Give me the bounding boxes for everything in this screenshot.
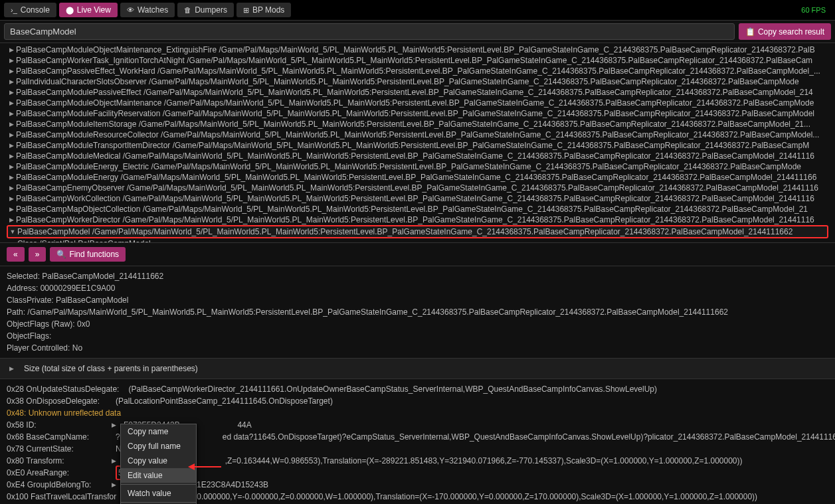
expand-icon[interactable]: ▶: [7, 66, 16, 76]
tab-label: Live View: [77, 5, 111, 15]
tree-row-label: PalBaseCampPassiveEffect_WorkHard /Game/…: [16, 66, 820, 76]
size-row[interactable]: ▶ Size (total size of class + parents in…: [0, 358, 835, 379]
detail-toolbar: « » 🔍Find functions: [0, 242, 835, 266]
expand-icon[interactable]: ▶: [7, 204, 16, 214]
search-row: 📋Copy search result: [0, 21, 835, 43]
tree-row-selected[interactable]: ▼ PalBaseCampModel /Game/Pal/Maps/MainWo…: [7, 225, 828, 238]
property-row[interactable]: 0x28 OnUpdateStatusDelegate:(PalBaseCamp…: [7, 383, 828, 395]
expand-icon[interactable]: ▶: [7, 55, 16, 66]
tree-row[interactable]: ▶PalBaseCampModuleFacilityReservation /G…: [7, 108, 828, 119]
property-value: =0.000000,Y=-0.000000,Z=0.000000,W=1.000…: [126, 491, 757, 503]
tab-watches[interactable]: 👁Watches: [120, 3, 175, 17]
search-input[interactable]: [4, 23, 735, 40]
objectflags-label: ObjectFlags:: [7, 330, 828, 342]
tree-row[interactable]: ▶PalBaseCampWorkerTask_IgnitionTorchAtNi…: [7, 55, 828, 66]
expand-icon[interactable]: ▶: [7, 108, 16, 119]
tree-row-label: PalBaseCampModuleFacilityReservation /Ga…: [16, 108, 814, 119]
expand-icon[interactable]: ▶: [7, 140, 16, 151]
property-offset: 0x28 OnUpdateStatusDelegate:: [7, 383, 119, 395]
property-value: ?x68 B ed data?11645.OnDisposeTarget)?eC…: [116, 431, 835, 443]
objectflags-raw-label: ObjectFlags (Raw): 0x0: [7, 318, 828, 330]
expand-icon[interactable]: ▶: [7, 87, 16, 98]
expand-icon[interactable]: ▶: [7, 161, 16, 172]
tree-row-label: PalBaseCampModuleEnergy /Game/Pal/Maps/M…: [16, 172, 816, 183]
tree-row-label: PalBaseCampModuleItemStorage /Game/Pal/M…: [16, 119, 810, 129]
ctx-copy-full-name[interactable]: Copy full name: [121, 439, 196, 454]
tree-row[interactable]: ▶PalIndividualCharacterSlotsObserver /Ga…: [7, 76, 828, 87]
forward-button[interactable]: »: [29, 247, 46, 262]
property-offset: 0x100 FastTravelLocalTransfor: [7, 491, 116, 503]
tree-row-label: PalBaseCampMapObjectCollection /Game/Pal…: [16, 204, 808, 214]
context-menu: Copy name Copy full name Copy value Edit…: [120, 424, 197, 504]
ctx-watch-value[interactable]: Watch value: [121, 486, 196, 501]
expand-icon[interactable]: ▶: [7, 129, 16, 140]
tree-row[interactable]: ▶PalBaseCampEnemyObserver /Game/Pal/Maps…: [7, 183, 828, 193]
property-offset: 0x80 Transform:: [7, 455, 106, 467]
tree-row[interactable]: ▶PalBaseCampModulePassiveEffect /Game/Pa…: [7, 87, 828, 98]
tree-row[interactable]: ▶PalBaseCampModuleResourceCollector /Gam…: [7, 129, 828, 140]
tab-console[interactable]: ›_Console: [4, 3, 56, 17]
expand-icon[interactable]: ▶: [109, 419, 118, 431]
find-functions-button[interactable]: 🔍Find functions: [50, 247, 126, 262]
tree-row[interactable]: ▶PalBaseCampModuleMedical /Game/Pal/Maps…: [7, 151, 828, 161]
expand-icon[interactable]: ▶: [7, 98, 16, 108]
object-tree[interactable]: ▶PalBaseCampModuleObjectMaintenance_Exti…: [0, 43, 835, 242]
expand-icon[interactable]: ▶: [7, 44, 16, 55]
search-icon: 🔍: [56, 250, 66, 259]
button-label: Find functions: [69, 250, 119, 259]
expand-icon[interactable]: ▶: [7, 214, 16, 225]
tree-row[interactable]: ▶PalBaseCampModuleObjectMaintenance /Gam…: [7, 98, 828, 108]
property-row[interactable]: 0x38 OnDisposeDelegate:(PalLocationPoint…: [7, 395, 828, 407]
tree-row-label: PalBaseCampModuleResourceCollector /Game…: [16, 129, 819, 140]
tree-row[interactable]: ▶PalBaseCampPassiveEffect_WorkHard /Game…: [7, 66, 828, 76]
property-row[interactable]: 0x48: Unknown unreflected data: [7, 407, 828, 419]
tree-row[interactable]: ▶PalBaseCampModuleTransportItemDirector …: [7, 140, 828, 151]
ctx-copy-value[interactable]: Copy value: [121, 454, 196, 468]
collapse-icon[interactable]: ▼: [8, 226, 17, 237]
property-offset: 0x58 ID:: [7, 419, 106, 431]
tree-row-label: PalBaseCampModuleMedical /Game/Pal/Maps/…: [16, 151, 814, 161]
property-offset: 0x78 CurrentState:: [7, 443, 106, 455]
liveview-icon: ⬤: [66, 6, 74, 15]
tree-row[interactable]: ▶PalBaseCampModuleEnergy /Game/Pal/Maps/…: [7, 172, 828, 183]
expand-icon[interactable]: ▶: [7, 363, 16, 375]
fps-counter: 60 FPS: [801, 6, 831, 14]
expand-icon[interactable]: ▶: [109, 479, 118, 491]
tree-row-label: PalBaseCampModuleObjectMaintenance /Game…: [16, 98, 814, 108]
tree-row-label: PalBaseCampWorkCollection /Game/Pal/Maps…: [16, 193, 814, 204]
tab-label: BP Mods: [252, 5, 284, 15]
property-offset: 0x38 OnDisposeDelegate:: [7, 395, 106, 407]
tree-row[interactable]: ▶PalBaseCampWorkCollection /Game/Pal/Map…: [7, 193, 828, 204]
back-button[interactable]: «: [7, 247, 25, 262]
tree-row[interactable]: ▶PalBaseCampModuleItemStorage /Game/Pal/…: [7, 119, 828, 129]
tree-row[interactable]: ▶PalBaseCampMapObjectCollection /Game/Pa…: [7, 204, 828, 214]
tree-row[interactable]: ▶PalBaseCampModuleObjectMaintenance_Exti…: [7, 44, 828, 55]
player-controlled-label: Player Controlled: No: [7, 342, 828, 354]
console-icon: ›_: [11, 6, 17, 14]
property-value: (PalLocationPointBaseCamp_2144111645.OnD…: [116, 395, 333, 407]
dump-icon: 🗑: [184, 6, 191, 14]
expand-icon[interactable]: ▶: [7, 119, 16, 129]
expand-icon[interactable]: ▶: [7, 183, 16, 193]
ctx-copy-name[interactable]: Copy name: [121, 424, 196, 439]
tree-row-label: PalBaseCampModuleTransportItemDirector /…: [16, 140, 809, 151]
tree-row-label: PalBaseCampWorkerTask_IgnitionTorchAtNig…: [16, 55, 812, 66]
tab-label: Watches: [138, 5, 168, 15]
copy-search-result-button[interactable]: 📋Copy search result: [739, 23, 831, 40]
tab-label: Console: [21, 5, 50, 15]
expand-icon[interactable]: ▶: [7, 193, 16, 204]
separator: [121, 502, 196, 503]
tab-liveview[interactable]: ⬤Live View: [59, 3, 118, 17]
property-offset: 0x48: Unknown unreflected data: [7, 407, 121, 419]
property-value: (Rot ,Z=0.163444,W=0.986553),Translation…: [124, 455, 743, 467]
address-label: Address: 00000299EE1C9A00: [7, 282, 828, 294]
tab-bpmods[interactable]: ⊞BP Mods: [236, 3, 291, 17]
expand-icon[interactable]: ▶: [7, 172, 16, 183]
expand-icon[interactable]: ▶: [7, 151, 16, 161]
tree-row[interactable]: ▶PalBaseCampModuleEnergy_Electric /Game/…: [7, 161, 828, 172]
tree-row[interactable]: ▶PalBaseCampWorkerDirector /Game/Pal/Map…: [7, 214, 828, 225]
tab-dumpers[interactable]: 🗑Dumpers: [177, 3, 234, 17]
ctx-edit-value[interactable]: Edit value: [121, 468, 196, 483]
size-label: Size (total size of class + parents in p…: [24, 363, 198, 375]
expand-icon[interactable]: ▶: [7, 76, 16, 87]
